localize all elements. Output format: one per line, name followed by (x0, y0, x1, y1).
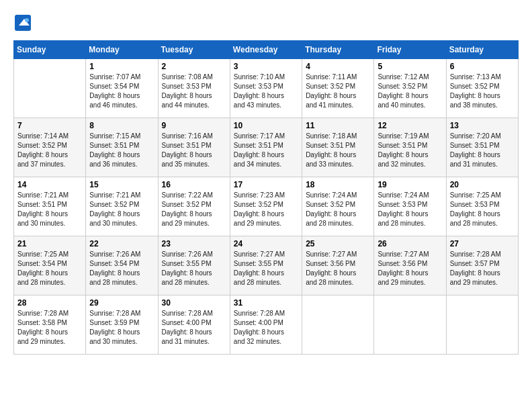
day-info: Sunrise: 7:21 AM Sunset: 3:51 PM Dayligh… (17, 191, 82, 228)
calendar-cell (302, 295, 374, 355)
weekday-header-saturday: Saturday (446, 41, 518, 59)
calendar-cell: 19Sunrise: 7:24 AM Sunset: 3:53 PM Dayli… (374, 177, 446, 236)
day-number: 11 (306, 121, 370, 130)
day-number: 14 (17, 180, 82, 189)
calendar-cell: 26Sunrise: 7:27 AM Sunset: 3:56 PM Dayli… (374, 236, 446, 295)
day-info: Sunrise: 7:25 AM Sunset: 3:54 PM Dayligh… (17, 250, 82, 287)
logo-icon (13, 13, 32, 32)
day-number: 4 (306, 62, 370, 71)
day-number: 16 (162, 180, 226, 189)
calendar-cell: 30Sunrise: 7:28 AM Sunset: 4:00 PM Dayli… (158, 295, 230, 355)
day-info: Sunrise: 7:07 AM Sunset: 3:54 PM Dayligh… (89, 73, 154, 110)
weekday-header-friday: Friday (374, 41, 446, 59)
calendar-cell: 11Sunrise: 7:18 AM Sunset: 3:51 PM Dayli… (302, 118, 374, 177)
weekday-header-wednesday: Wednesday (230, 41, 302, 59)
day-number: 8 (89, 121, 154, 130)
day-number: 1 (89, 62, 154, 71)
calendar-cell: 2Sunrise: 7:08 AM Sunset: 3:53 PM Daylig… (158, 59, 230, 118)
day-info: Sunrise: 7:28 AM Sunset: 3:59 PM Dayligh… (89, 309, 154, 347)
day-info: Sunrise: 7:28 AM Sunset: 4:00 PM Dayligh… (162, 309, 226, 347)
calendar-cell: 12Sunrise: 7:19 AM Sunset: 3:51 PM Dayli… (374, 118, 446, 177)
day-info: Sunrise: 7:24 AM Sunset: 3:53 PM Dayligh… (378, 191, 442, 228)
day-number: 22 (89, 239, 154, 248)
calendar-cell: 23Sunrise: 7:26 AM Sunset: 3:55 PM Dayli… (158, 236, 230, 295)
day-number: 25 (306, 239, 370, 248)
calendar-cell: 29Sunrise: 7:28 AM Sunset: 3:59 PM Dayli… (86, 295, 158, 355)
day-info: Sunrise: 7:08 AM Sunset: 3:53 PM Dayligh… (162, 73, 226, 110)
calendar-cell: 27Sunrise: 7:28 AM Sunset: 3:57 PM Dayli… (446, 236, 518, 295)
day-info: Sunrise: 7:26 AM Sunset: 3:55 PM Dayligh… (162, 250, 226, 287)
week-row-2: 7Sunrise: 7:14 AM Sunset: 3:52 PM Daylig… (14, 118, 519, 177)
day-info: Sunrise: 7:25 AM Sunset: 3:53 PM Dayligh… (450, 191, 515, 228)
day-info: Sunrise: 7:18 AM Sunset: 3:51 PM Dayligh… (306, 132, 370, 169)
day-number: 28 (17, 298, 82, 308)
day-info: Sunrise: 7:16 AM Sunset: 3:51 PM Dayligh… (162, 132, 226, 169)
day-number: 2 (162, 62, 226, 71)
weekday-header-thursday: Thursday (302, 41, 374, 59)
day-info: Sunrise: 7:27 AM Sunset: 3:56 PM Dayligh… (378, 250, 442, 287)
day-number: 19 (378, 180, 442, 189)
day-info: Sunrise: 7:15 AM Sunset: 3:51 PM Dayligh… (89, 132, 154, 169)
calendar-table: SundayMondayTuesdayWednesdayThursdayFrid… (13, 40, 519, 355)
calendar-cell: 20Sunrise: 7:25 AM Sunset: 3:53 PM Dayli… (446, 177, 518, 236)
day-info: Sunrise: 7:24 AM Sunset: 3:52 PM Dayligh… (306, 191, 370, 228)
calendar-cell: 13Sunrise: 7:20 AM Sunset: 3:51 PM Dayli… (446, 118, 518, 177)
day-info: Sunrise: 7:27 AM Sunset: 3:55 PM Dayligh… (234, 250, 298, 287)
day-info: Sunrise: 7:28 AM Sunset: 4:00 PM Dayligh… (234, 309, 298, 347)
day-info: Sunrise: 7:27 AM Sunset: 3:56 PM Dayligh… (306, 250, 370, 287)
calendar-cell: 17Sunrise: 7:23 AM Sunset: 3:52 PM Dayli… (230, 177, 302, 236)
day-number: 7 (17, 121, 82, 130)
header (13, 13, 519, 32)
calendar-cell: 21Sunrise: 7:25 AM Sunset: 3:54 PM Dayli… (14, 236, 86, 295)
weekday-header-tuesday: Tuesday (158, 41, 230, 59)
calendar-cell: 25Sunrise: 7:27 AM Sunset: 3:56 PM Dayli… (302, 236, 374, 295)
day-info: Sunrise: 7:23 AM Sunset: 3:52 PM Dayligh… (234, 191, 298, 228)
calendar-cell: 22Sunrise: 7:26 AM Sunset: 3:54 PM Dayli… (86, 236, 158, 295)
calendar-page: SundayMondayTuesdayWednesdayThursdayFrid… (0, 0, 532, 411)
calendar-cell: 5Sunrise: 7:12 AM Sunset: 3:52 PM Daylig… (374, 59, 446, 118)
day-number: 9 (162, 121, 226, 130)
day-info: Sunrise: 7:17 AM Sunset: 3:51 PM Dayligh… (234, 132, 298, 169)
day-info: Sunrise: 7:21 AM Sunset: 3:52 PM Dayligh… (89, 191, 154, 228)
day-number: 5 (378, 62, 442, 71)
day-number: 24 (234, 239, 298, 248)
weekday-header-row: SundayMondayTuesdayWednesdayThursdayFrid… (14, 41, 519, 59)
day-number: 15 (89, 180, 154, 189)
calendar-cell: 1Sunrise: 7:07 AM Sunset: 3:54 PM Daylig… (86, 59, 158, 118)
day-info: Sunrise: 7:28 AM Sunset: 3:57 PM Dayligh… (450, 250, 515, 287)
day-number: 27 (450, 239, 515, 248)
day-number: 13 (450, 121, 515, 130)
day-info: Sunrise: 7:12 AM Sunset: 3:52 PM Dayligh… (378, 73, 442, 110)
day-info: Sunrise: 7:22 AM Sunset: 3:52 PM Dayligh… (162, 191, 226, 228)
calendar-cell: 14Sunrise: 7:21 AM Sunset: 3:51 PM Dayli… (14, 177, 86, 236)
week-row-4: 21Sunrise: 7:25 AM Sunset: 3:54 PM Dayli… (14, 236, 519, 295)
calendar-cell: 15Sunrise: 7:21 AM Sunset: 3:52 PM Dayli… (86, 177, 158, 236)
day-number: 6 (450, 62, 515, 71)
day-number: 26 (378, 239, 442, 248)
logo (13, 13, 35, 32)
day-info: Sunrise: 7:13 AM Sunset: 3:52 PM Dayligh… (450, 73, 515, 110)
day-info: Sunrise: 7:10 AM Sunset: 3:53 PM Dayligh… (234, 73, 298, 110)
day-number: 29 (89, 298, 154, 308)
calendar-cell: 24Sunrise: 7:27 AM Sunset: 3:55 PM Dayli… (230, 236, 302, 295)
calendar-cell: 3Sunrise: 7:10 AM Sunset: 3:53 PM Daylig… (230, 59, 302, 118)
day-number: 18 (306, 180, 370, 189)
day-info: Sunrise: 7:26 AM Sunset: 3:54 PM Dayligh… (89, 250, 154, 287)
day-info: Sunrise: 7:20 AM Sunset: 3:51 PM Dayligh… (450, 132, 515, 169)
week-row-5: 28Sunrise: 7:28 AM Sunset: 3:58 PM Dayli… (14, 295, 519, 355)
day-number: 23 (162, 239, 226, 248)
week-row-3: 14Sunrise: 7:21 AM Sunset: 3:51 PM Dayli… (14, 177, 519, 236)
weekday-header-sunday: Sunday (14, 41, 86, 59)
day-info: Sunrise: 7:11 AM Sunset: 3:52 PM Dayligh… (306, 73, 370, 110)
calendar-cell: 9Sunrise: 7:16 AM Sunset: 3:51 PM Daylig… (158, 118, 230, 177)
calendar-cell: 10Sunrise: 7:17 AM Sunset: 3:51 PM Dayli… (230, 118, 302, 177)
calendar-cell: 7Sunrise: 7:14 AM Sunset: 3:52 PM Daylig… (14, 118, 86, 177)
calendar-cell (14, 59, 86, 118)
week-row-1: 1Sunrise: 7:07 AM Sunset: 3:54 PM Daylig… (14, 59, 519, 118)
day-number: 10 (234, 121, 298, 130)
calendar-cell: 8Sunrise: 7:15 AM Sunset: 3:51 PM Daylig… (86, 118, 158, 177)
calendar-cell: 28Sunrise: 7:28 AM Sunset: 3:58 PM Dayli… (14, 295, 86, 355)
calendar-cell (446, 295, 518, 355)
svg-point-2 (25, 18, 29, 22)
day-number: 21 (17, 239, 82, 248)
